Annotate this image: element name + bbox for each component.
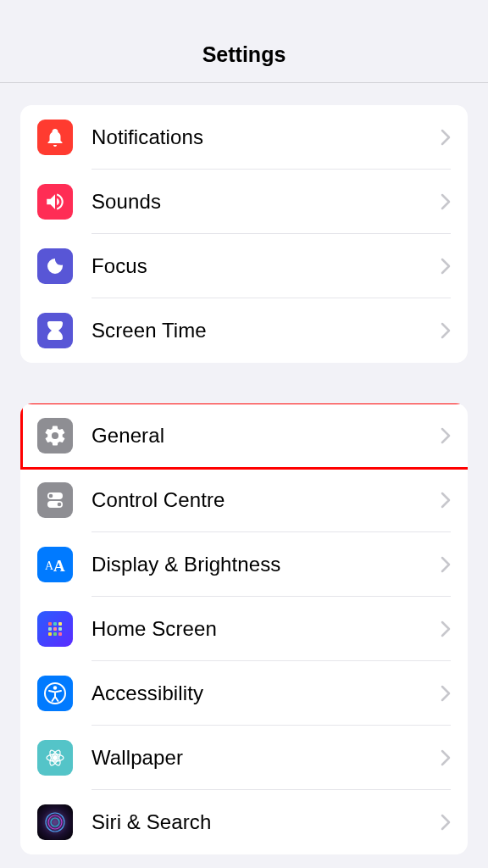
row-label: Siri & Search bbox=[92, 810, 441, 834]
chevron-right-icon bbox=[441, 556, 451, 573]
settings-row-sounds[interactable]: Sounds bbox=[20, 170, 468, 234]
settings-row-siri-search[interactable]: Siri & Search bbox=[20, 790, 468, 854]
svg-point-17 bbox=[53, 755, 58, 760]
settings-row-accessibility[interactable]: Accessibility bbox=[20, 661, 468, 726]
notifications-icon bbox=[37, 120, 73, 155]
settings-row-general[interactable]: General bbox=[20, 403, 468, 468]
accessibility-icon bbox=[37, 676, 73, 711]
chevron-right-icon bbox=[441, 814, 451, 831]
svg-rect-7 bbox=[53, 622, 57, 626]
wallpaper-icon bbox=[37, 740, 73, 776]
siri-icon bbox=[37, 804, 73, 840]
row-label: Display & Brightness bbox=[92, 553, 441, 576]
row-label: Sounds bbox=[92, 190, 441, 214]
svg-rect-12 bbox=[48, 632, 52, 636]
svg-point-1 bbox=[49, 494, 53, 498]
settings-row-display-brightness[interactable]: AA Display & Brightness bbox=[20, 532, 468, 597]
chevron-right-icon bbox=[441, 749, 451, 766]
svg-rect-10 bbox=[53, 627, 57, 631]
display-brightness-icon: AA bbox=[37, 547, 73, 582]
row-label: Wallpaper bbox=[92, 746, 441, 770]
settings-content: Notifications Sounds Focus bbox=[0, 105, 488, 854]
settings-row-home-screen[interactable]: Home Screen bbox=[20, 597, 468, 661]
svg-rect-9 bbox=[48, 627, 52, 631]
svg-rect-13 bbox=[53, 632, 57, 636]
settings-row-wallpaper[interactable]: Wallpaper bbox=[20, 726, 468, 790]
row-label: Screen Time bbox=[92, 319, 441, 342]
row-label: Accessibility bbox=[92, 682, 441, 705]
focus-icon bbox=[37, 248, 73, 284]
control-centre-icon bbox=[37, 482, 73, 518]
svg-rect-8 bbox=[58, 622, 62, 626]
svg-rect-11 bbox=[58, 627, 62, 631]
svg-point-23 bbox=[51, 818, 59, 826]
row-label: Home Screen bbox=[92, 617, 441, 641]
home-screen-icon bbox=[37, 611, 73, 647]
svg-point-3 bbox=[58, 503, 62, 507]
settings-row-notifications[interactable]: Notifications bbox=[20, 105, 468, 170]
sounds-icon bbox=[37, 184, 73, 220]
settings-row-control-centre[interactable]: Control Centre bbox=[20, 468, 468, 532]
settings-row-screen-time[interactable]: Screen Time bbox=[20, 298, 468, 363]
row-label: General bbox=[92, 424, 441, 448]
chevron-right-icon bbox=[441, 258, 451, 275]
header: Settings bbox=[0, 0, 488, 83]
chevron-right-icon bbox=[441, 129, 451, 146]
chevron-right-icon bbox=[441, 685, 451, 702]
chevron-right-icon bbox=[441, 322, 451, 339]
row-label: Notifications bbox=[92, 125, 441, 149]
chevron-right-icon bbox=[441, 620, 451, 637]
page-title: Settings bbox=[202, 42, 286, 67]
svg-point-16 bbox=[53, 686, 57, 689]
row-label: Focus bbox=[92, 254, 441, 278]
settings-row-focus[interactable]: Focus bbox=[20, 234, 468, 298]
chevron-right-icon bbox=[441, 427, 451, 444]
svg-rect-14 bbox=[58, 632, 62, 636]
row-label: Control Centre bbox=[92, 488, 441, 512]
svg-rect-6 bbox=[48, 622, 52, 626]
general-icon bbox=[37, 418, 73, 453]
settings-group-2: General Control Centre AA Display & Brig… bbox=[20, 403, 468, 854]
chevron-right-icon bbox=[441, 492, 451, 509]
screen-time-icon bbox=[37, 313, 73, 348]
settings-group-1: Notifications Sounds Focus bbox=[20, 105, 468, 363]
chevron-right-icon bbox=[441, 193, 451, 210]
svg-text:A: A bbox=[53, 557, 65, 573]
